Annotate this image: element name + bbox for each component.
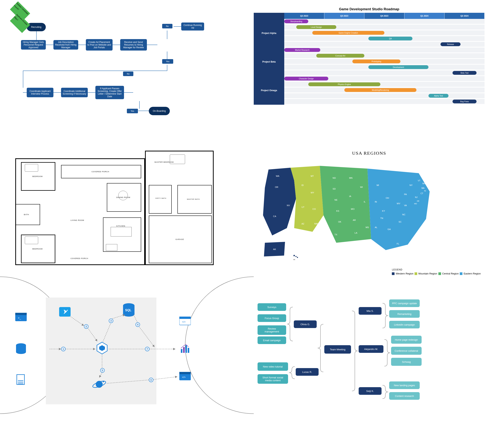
gantt-row: Game Engine Creation [284, 30, 484, 35]
org-task: Short format social media content [258, 374, 288, 384]
svg-point-1 [294, 255, 295, 256]
gantt-bar: Storyboarding [284, 19, 308, 23]
room-label: BEDROOM [32, 175, 43, 177]
svg-text:ID: ID [301, 184, 304, 186]
org-person: Lucas R. [296, 368, 319, 376]
legend-item: Central Region [438, 272, 459, 275]
gantt-row: Bug Fixes [284, 99, 484, 104]
flowchart-no: No [123, 72, 133, 76]
flowchart-node: Coordinate Additional Screening if Neces… [61, 88, 88, 97]
svg-text:VT: VT [418, 179, 420, 182]
flowchart-node: Receive and Send Resumes to Hiring Manag… [120, 39, 147, 50]
gantt-project-label: Project Omega [254, 76, 284, 105]
gantt-row: QA [284, 36, 484, 41]
gantt-bar: Character Design [284, 77, 328, 80]
org-task: Schwag [391, 358, 422, 366]
svg-point-2 [295, 256, 297, 257]
room-label: LIVING ROOM [71, 219, 84, 221]
svg-text:</>: </> [182, 320, 186, 323]
svg-point-77 [123, 312, 135, 317]
gantt-column-header: Q1 2024 [404, 13, 445, 19]
node-number: 7 [145, 347, 150, 351]
org-task: Review management [258, 325, 286, 335]
room-label: BATH [24, 214, 29, 216]
svg-text:NY: NY [410, 184, 413, 186]
svg-point-82 [96, 381, 103, 388]
flowchart-node: Coordinate Applicant Interview Process [27, 88, 53, 97]
gantt-project-label: Project Beta [254, 47, 284, 76]
node-number: 3 [109, 319, 113, 323]
svg-text:OK: OK [338, 221, 341, 223]
org-task: LinkedIn campaign [389, 321, 420, 328]
svg-rect-66 [181, 349, 182, 353]
map-svg: AK HI WA OR CA NV ID MT WY UT CO AZ NM N… [258, 158, 441, 261]
gantt-chart: Game Development Studio Roadmap Q2 2023Q… [254, 6, 484, 135]
gantt-bar: Physics Engine [308, 82, 380, 86]
svg-text:ND: ND [333, 177, 336, 179]
org-person: Mia S. [359, 307, 382, 315]
svg-text:CT: CT [420, 192, 423, 195]
gantt-bar: Bug Fixes [452, 100, 477, 103]
svg-rect-71 [179, 372, 191, 374]
room-label: MASTER BATH [187, 198, 200, 200]
svg-rect-67 [183, 347, 185, 353]
gantt-row: Market Research [284, 47, 484, 52]
svg-text:KS: KS [336, 210, 339, 212]
svg-rect-68 [186, 345, 187, 353]
gantt-row: Beta Test [284, 70, 484, 75]
gantt-project-label: Project Alpha [254, 19, 284, 47]
svg-point-58 [16, 350, 26, 354]
flowchart-node: Job Description Received from Hiring Man… [53, 40, 78, 50]
flowchart-diagram: Recruiting Hiring Manager Gets Personnel… [12, 6, 242, 135]
gantt-row: Alpha Test [284, 93, 484, 98]
room-label: COVERED PORCH [92, 171, 109, 173]
node-number: 5 [100, 368, 105, 373]
svg-text:AL: AL [375, 226, 377, 229]
room-label: DIRTY BATH [155, 197, 166, 199]
svg-text:NC: NC [402, 213, 405, 216]
svg-text:AZ: AZ [301, 223, 304, 225]
svg-text:WA: WA [276, 175, 279, 177]
gantt-column-header: Q4 2023 [364, 13, 404, 19]
svg-text:AR: AR [353, 219, 356, 221]
svg-rect-54 [15, 313, 27, 315]
svg-rect-64 [179, 317, 191, 319]
svg-text:NJ: NJ [415, 196, 418, 198]
svg-text:NE: NE [334, 199, 338, 201]
svg-text:DE: DE [417, 200, 419, 202]
svg-text:TX: TX [334, 233, 337, 236]
svg-text:GA: GA [388, 228, 391, 230]
flowchart-yes: Yes [162, 59, 173, 64]
svg-rect-69 [188, 348, 189, 353]
svg-text:MT: MT [310, 175, 314, 177]
svg-text:MN: MN [349, 177, 353, 179]
svg-text:</>: </> [182, 376, 186, 379]
gantt-bar: Concept Art [316, 54, 364, 58]
room-label: GARAGE [175, 238, 184, 240]
svg-text:>_: >_ [18, 316, 21, 319]
svg-text:KY: KY [382, 210, 385, 212]
org-task: Content research [389, 392, 420, 400]
svg-text:NV: NV [287, 204, 290, 207]
gantt-column-header: Q3 2023 [324, 13, 364, 19]
gantt-row: Level Design [284, 25, 484, 30]
node-number: 4 [136, 322, 140, 327]
svg-text:OR: OR [275, 186, 278, 188]
chart-icon [179, 343, 191, 355]
org-task: Surveys [258, 303, 286, 311]
svg-text:NM: NM [314, 223, 318, 225]
flowchart-node: If Applicant Passes Screening, Create Of… [95, 86, 124, 99]
svg-text:TN: TN [380, 217, 383, 219]
usa-regions-map: USA REGIONS AK HI WA OR CA NV ID MT WY U… [254, 147, 484, 280]
svg-text:IL: IL [364, 201, 366, 203]
svg-text:CO: CO [312, 208, 316, 210]
gantt-row: Concept Art [284, 53, 484, 58]
svg-text:MI: MI [377, 184, 379, 186]
gantt-row: Modeling/Rendering [284, 88, 484, 93]
node-number: 2 [84, 324, 89, 329]
function-icon [59, 307, 73, 320]
gantt-row: Physics Engine [284, 82, 484, 87]
gantt-row: Storyboarding [284, 19, 484, 24]
svg-text:IA: IA [349, 195, 351, 197]
gantt-row: Prototyping [284, 59, 484, 64]
